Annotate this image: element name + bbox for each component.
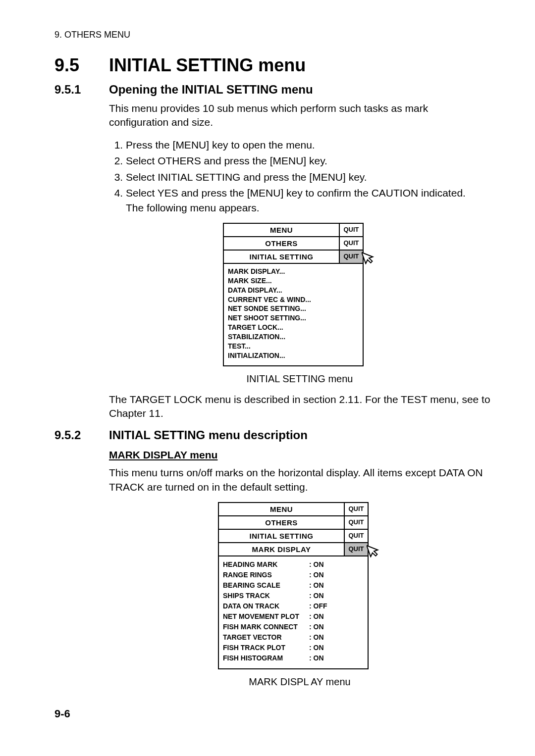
- subsection-number: 9.5.1: [54, 83, 109, 97]
- list-item: Select INITIAL SETTING and press the [ME…: [126, 170, 490, 185]
- menu-item-label: TARGET VECTOR: [223, 632, 309, 643]
- subsection-title: Opening the INITIAL SETTING menu: [109, 83, 313, 96]
- menu-header-row: OTHERS QUIT: [224, 237, 363, 251]
- menu-header-quit: QUIT: [344, 503, 368, 515]
- menu-item: RANGE RINGS: ON: [223, 570, 364, 580]
- menu-item: TARGET VECTOR: ON: [223, 632, 364, 643]
- menu-item-value: : ON: [309, 570, 324, 580]
- menu-item-label: FISH TRACK PLOT: [223, 643, 309, 653]
- menu-header-quit: QUIT: [339, 224, 363, 236]
- menu-diagram-mark-display: MENU QUIT OTHERS QUIT INITIAL SETTING QU…: [218, 502, 369, 669]
- menu-item-list: HEADING MARK: ON RANGE RINGS: ON BEARING…: [219, 556, 368, 668]
- page-number: 9-6: [54, 707, 490, 720]
- menu-header-title: OTHERS: [219, 516, 344, 529]
- list-item-tail: The following menu appears.: [126, 201, 490, 215]
- menu-header-quit: QUIT: [339, 251, 363, 263]
- menu-item: MARK DISPLAY...: [228, 267, 359, 276]
- paragraph: This menu provides 10 sub menus which pe…: [109, 101, 490, 130]
- sub-subheading: MARK DISPLAY menu: [109, 449, 490, 461]
- menu-item: NET MOVEMENT PLOT: ON: [223, 611, 364, 622]
- menu-header-quit: QUIT: [344, 530, 368, 542]
- menu-item: CURRENT VEC & WIND...: [228, 295, 359, 304]
- menu-item-value: : ON: [309, 653, 324, 663]
- menu-item-value: : ON: [309, 591, 324, 601]
- menu-header-row: MENU QUIT: [224, 224, 363, 237]
- menu-item-label: FISH HISTOGRAM: [223, 653, 309, 663]
- menu-item-value: : OFF: [309, 601, 327, 611]
- menu-header-title: MARK DISPLAY: [219, 543, 344, 555]
- list-item: Select YES and press the [MENU] key to c…: [126, 186, 490, 216]
- menu-header-row: INITIAL SETTING QUIT: [219, 530, 368, 543]
- menu-header-quit: QUIT: [344, 543, 368, 555]
- menu-header-title: OTHERS: [224, 237, 339, 250]
- menu-item: DATA DISPLAY...: [228, 286, 359, 295]
- menu-item-label: RANGE RINGS: [223, 570, 309, 580]
- section-title: INITIAL SETTING menu: [109, 55, 306, 75]
- menu-item-value: : ON: [309, 622, 324, 632]
- menu-item: NET SONDE SETTING...: [228, 304, 359, 313]
- menu-item-value: : ON: [309, 611, 324, 622]
- menu-header-title: INITIAL SETTING: [219, 530, 344, 542]
- menu-header-row: OTHERS QUIT: [219, 516, 368, 530]
- paragraph: The TARGET LOCK menu is described in sec…: [109, 393, 490, 421]
- menu-item-label: FISH MARK CONNECT: [223, 622, 309, 632]
- menu-header-row-active: MARK DISPLAY QUIT: [219, 543, 368, 556]
- menu-item: FISH HISTOGRAM: ON: [223, 653, 364, 663]
- menu-item-value: : ON: [309, 632, 324, 643]
- menu-item: STABILIZATION...: [228, 332, 359, 342]
- menu-item-label: BEARING SCALE: [223, 580, 309, 591]
- subsection-title: INITIAL SETTING menu description: [109, 428, 308, 442]
- menu-header-row: MENU QUIT: [219, 503, 368, 516]
- menu-item-label: NET MOVEMENT PLOT: [223, 611, 309, 622]
- menu-item: SHIPS TRACK: ON: [223, 591, 364, 601]
- subsection-heading: 9.5.1Opening the INITIAL SETTING menu: [54, 83, 490, 97]
- section-heading: 9.5INITIAL SETTING menu: [54, 55, 490, 76]
- subsection-heading: 9.5.2INITIAL SETTING menu description: [54, 428, 490, 442]
- list-item-text: Select YES and press the [MENU] key to c…: [126, 187, 466, 199]
- menu-item: MARK SIZE...: [228, 276, 359, 286]
- menu-diagram-initial-setting: MENU QUIT OTHERS QUIT INITIAL SETTING QU…: [223, 223, 364, 366]
- menu-item: TARGET LOCK...: [228, 323, 359, 332]
- menu-item-label: SHIPS TRACK: [223, 591, 309, 601]
- menu-header-quit: QUIT: [344, 516, 368, 529]
- menu-item: FISH TRACK PLOT: ON: [223, 643, 364, 653]
- menu-item: DATA ON TRACK: OFF: [223, 601, 364, 611]
- svg-marker-0: [362, 250, 374, 264]
- list-item: Press the [MENU] key to open the menu.: [126, 138, 490, 152]
- section-number: 9.5: [54, 55, 109, 76]
- menu-item: FISH MARK CONNECT: ON: [223, 622, 364, 632]
- figure-caption: MARK DISPL AY menu: [109, 676, 490, 688]
- menu-header-title: MENU: [224, 224, 339, 236]
- menu-item-label: HEADING MARK: [223, 559, 309, 570]
- menu-item-label: DATA ON TRACK: [223, 601, 309, 611]
- menu-header-title: MENU: [219, 503, 344, 515]
- menu-item-value: : ON: [309, 643, 324, 653]
- menu-item-list: MARK DISPLAY... MARK SIZE... DATA DISPLA…: [224, 264, 363, 365]
- menu-item-value: : ON: [309, 559, 324, 570]
- menu-header-quit: QUIT: [339, 237, 363, 250]
- menu-item: TEST...: [228, 342, 359, 351]
- subsection-number: 9.5.2: [54, 428, 109, 442]
- paragraph: This menu turns on/off marks on the hori…: [109, 466, 490, 494]
- cursor-arrow-icon: [362, 250, 376, 264]
- cursor-arrow-icon: [367, 543, 381, 557]
- menu-item: HEADING MARK: ON: [223, 559, 364, 570]
- figure-caption: INITIAL SETTING menu: [109, 373, 490, 385]
- menu-item: NET SHOOT SETTING...: [228, 313, 359, 323]
- menu-header-row-active: INITIAL SETTING QUIT: [224, 251, 363, 264]
- ordered-list: Press the [MENU] key to open the menu. S…: [109, 138, 490, 216]
- svg-marker-1: [367, 543, 379, 557]
- menu-item: INITIALIZATION...: [228, 351, 359, 360]
- menu-item: BEARING SCALE: ON: [223, 580, 364, 591]
- list-item: Select OTHERS and press the [MENU] key.: [126, 153, 490, 168]
- running-head: 9. OTHERS MENU: [54, 30, 490, 40]
- menu-item-value: : ON: [309, 580, 324, 591]
- menu-header-title: INITIAL SETTING: [224, 251, 339, 263]
